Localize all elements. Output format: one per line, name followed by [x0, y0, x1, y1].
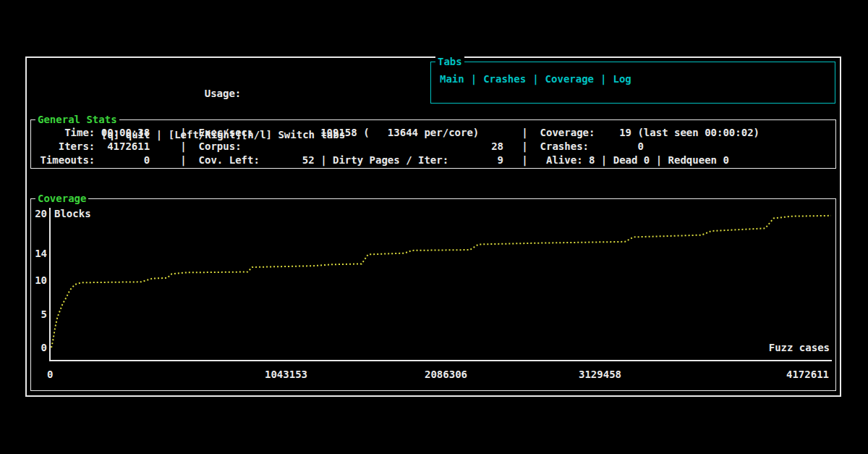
x-tick-1043153: 1043153 [265, 369, 307, 380]
tab-separator: | [600, 73, 606, 85]
coverage-series-line [51, 216, 831, 348]
y-tick-20: 20 [33, 208, 47, 220]
fuzzer-terminal-window: Usage: [q] quit | [Left/Right][h/l] Swit… [25, 56, 841, 397]
tabs-panel: Tabs Main | Crashes | Coverage | Log [430, 62, 835, 104]
stats-row-time-exec-coverage: Time: 00:00:38 | Exec/sec: 109158 ( 1364… [34, 126, 760, 140]
tab-separator: | [532, 73, 538, 85]
stats-row-timeouts-covleft-alive: Timeouts: 0 | Cov. Left: 52 | Dirty Page… [34, 154, 760, 167]
coverage-panel: Coverage 20 14 10 5 0 Blocks Fuzz cases … [30, 198, 836, 391]
x-tick-2086306: 2086306 [425, 369, 467, 380]
y-tick-10: 10 [33, 274, 47, 287]
y-tick-14: 14 [33, 248, 47, 260]
x-tick-4172611: 4172611 [786, 369, 829, 380]
tab-main[interactable]: Main [440, 73, 464, 85]
y-tick-0: 0 [33, 342, 47, 354]
coverage-chart [31, 199, 835, 390]
stats-row-iters-corpus-crashes: Iters: 4172611 | Corpus: 28 | Crashes: 0 [34, 140, 760, 154]
x-tick-3129458: 3129458 [579, 369, 621, 380]
x-tick-0: 0 [47, 369, 53, 380]
tab-crashes[interactable]: Crashes [483, 73, 526, 85]
tab-separator: | [471, 73, 477, 85]
tab-coverage[interactable]: Coverage [545, 73, 594, 85]
tab-log[interactable]: Log [613, 73, 631, 85]
x-axis-title: Fuzz cases [769, 342, 830, 353]
tabs-row: Main | Crashes | Coverage | Log [440, 73, 631, 85]
general-stats-text: Time: 00:00:38 | Exec/sec: 109158 ( 1364… [31, 120, 760, 167]
general-stats-panel: General Stats Time: 00:00:38 | Exec/sec:… [30, 119, 836, 169]
usage-title: Usage: [101, 87, 344, 101]
tabs-panel-label: Tabs [435, 56, 464, 67]
y-axis-title: Blocks [54, 208, 91, 219]
y-tick-5: 5 [33, 308, 47, 321]
